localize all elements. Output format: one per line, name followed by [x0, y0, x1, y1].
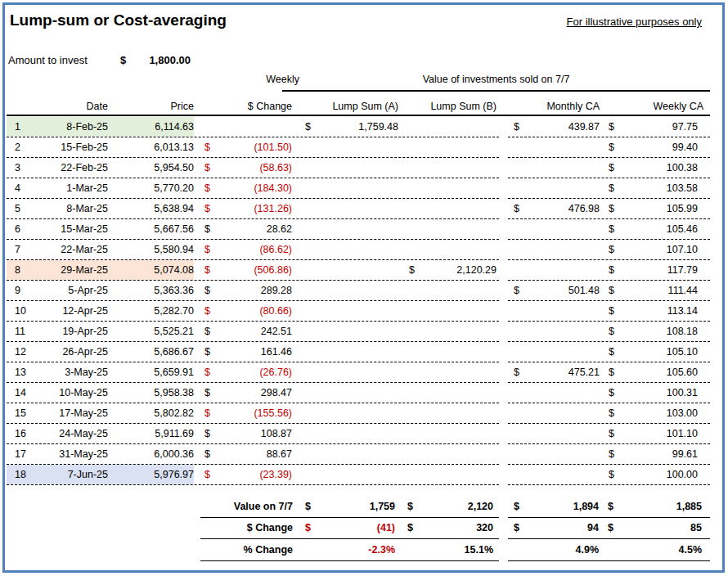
- cell-lump-sum-b[interactable]: [399, 465, 499, 484]
- cell-weekly-change[interactable]: $298.47: [194, 383, 293, 403]
- cell-lump-sum-a[interactable]: $1,759.48: [293, 117, 399, 137]
- cell-price[interactable]: 5,802.82: [108, 403, 194, 423]
- cell-lump-sum-a[interactable]: [293, 465, 399, 484]
- cell-lump-sum-a[interactable]: [293, 342, 399, 362]
- cell-row-number[interactable]: 11: [7, 322, 31, 341]
- cell-monthly-ca[interactable]: [508, 240, 601, 259]
- cell-weekly-ca[interactable]: $100.31: [601, 383, 710, 403]
- cell-monthly-ca[interactable]: $439.87: [508, 117, 601, 137]
- cell-lump-sum-b[interactable]: [399, 342, 499, 362]
- summary-weekly-ca[interactable]: $85: [601, 518, 710, 539]
- cell-lump-sum-b[interactable]: [399, 403, 499, 423]
- cell-lump-sum-a[interactable]: [293, 240, 399, 259]
- cell-price[interactable]: 5,282.70: [108, 301, 194, 321]
- cell-date[interactable]: 7-Jun-25: [31, 465, 108, 484]
- cell-date[interactable]: 8-Feb-25: [31, 117, 108, 137]
- cell-lump-sum-b[interactable]: [399, 199, 499, 218]
- cell-lump-sum-a[interactable]: [293, 281, 399, 300]
- cell-weekly-ca[interactable]: $105.60: [601, 362, 710, 382]
- cell-monthly-ca[interactable]: [508, 301, 601, 321]
- cell-lump-sum-a[interactable]: [293, 158, 399, 178]
- cell-row-number[interactable]: 15: [7, 403, 31, 423]
- summary-monthly-ca[interactable]: $1,894: [508, 496, 601, 517]
- cell-lump-sum-a[interactable]: [293, 178, 399, 198]
- cell-weekly-change[interactable]: $(23.39): [194, 465, 293, 484]
- cell-date[interactable]: 22-Feb-25: [31, 158, 108, 178]
- amount-to-invest-value[interactable]: 1,800.00: [123, 54, 191, 66]
- cell-row-number[interactable]: 17: [7, 444, 31, 464]
- summary-monthly-ca[interactable]: $94: [508, 518, 601, 539]
- cell-monthly-ca[interactable]: [508, 465, 601, 484]
- cell-date[interactable]: 29-Mar-25: [31, 260, 108, 280]
- summary-weekly-ca[interactable]: 4.5%: [601, 539, 710, 560]
- cell-row-number[interactable]: 3: [7, 158, 31, 178]
- cell-row-number[interactable]: 8: [7, 260, 31, 280]
- cell-row-number[interactable]: 16: [7, 424, 31, 443]
- cell-weekly-change[interactable]: $(80.66): [194, 301, 293, 321]
- cell-price[interactable]: 5,638.94: [108, 199, 194, 218]
- cell-price[interactable]: 5,958.38: [108, 383, 194, 403]
- cell-monthly-ca[interactable]: [508, 219, 601, 239]
- cell-weekly-change[interactable]: $161.46: [194, 342, 293, 362]
- summary-lump-sum-b[interactable]: $320: [399, 518, 499, 539]
- cell-monthly-ca[interactable]: [508, 342, 601, 362]
- cell-price[interactable]: 6,000.36: [108, 444, 194, 464]
- cell-lump-sum-a[interactable]: [293, 403, 399, 423]
- cell-lump-sum-b[interactable]: [399, 424, 499, 443]
- cell-weekly-ca[interactable]: $107.10: [601, 240, 710, 259]
- cell-weekly-change[interactable]: $88.67: [194, 444, 293, 464]
- cell-lump-sum-b[interactable]: [399, 178, 499, 198]
- cell-price[interactable]: 5,580.94: [108, 240, 194, 259]
- cell-row-number[interactable]: 13: [7, 362, 31, 382]
- cell-date[interactable]: 1-Mar-25: [31, 178, 108, 198]
- cell-lump-sum-b[interactable]: [399, 281, 499, 300]
- cell-weekly-ca[interactable]: $101.10: [601, 424, 710, 443]
- cell-monthly-ca[interactable]: $476.98: [508, 199, 601, 218]
- cell-lump-sum-b[interactable]: $2,120.29: [399, 260, 499, 280]
- cell-lump-sum-a[interactable]: [293, 383, 399, 403]
- cell-weekly-change[interactable]: $(26.76): [194, 362, 293, 382]
- cell-lump-sum-a[interactable]: [293, 362, 399, 382]
- cell-row-number[interactable]: 4: [7, 178, 31, 198]
- cell-weekly-change[interactable]: $(131.26): [194, 199, 293, 218]
- cell-lump-sum-a[interactable]: [293, 444, 399, 464]
- cell-date[interactable]: 8-Mar-25: [31, 199, 108, 218]
- cell-weekly-ca[interactable]: $105.46: [601, 219, 710, 239]
- cell-lump-sum-a[interactable]: [293, 137, 399, 157]
- cell-lump-sum-a[interactable]: [293, 322, 399, 341]
- cell-row-number[interactable]: 5: [7, 199, 31, 218]
- cell-lump-sum-a[interactable]: [293, 260, 399, 280]
- cell-date[interactable]: 3-May-25: [31, 362, 108, 382]
- cell-date[interactable]: 5-Apr-25: [31, 281, 108, 300]
- cell-price[interactable]: 5,659.91: [108, 362, 194, 382]
- cell-lump-sum-a[interactable]: [293, 301, 399, 321]
- cell-weekly-ca[interactable]: $108.18: [601, 322, 710, 341]
- cell-weekly-change[interactable]: $(506.86): [194, 260, 293, 280]
- cell-date[interactable]: 10-May-25: [31, 383, 108, 403]
- summary-monthly-ca[interactable]: 4.9%: [508, 539, 601, 560]
- cell-date[interactable]: 17-May-25: [31, 403, 108, 423]
- cell-weekly-change[interactable]: $(58.63): [194, 158, 293, 178]
- cell-monthly-ca[interactable]: [508, 403, 601, 423]
- summary-lump-sum-a[interactable]: $1,759: [293, 496, 399, 517]
- cell-weekly-change[interactable]: $28.62: [194, 219, 293, 239]
- cell-weekly-ca[interactable]: $105.99: [601, 199, 710, 218]
- cell-date[interactable]: 22-Mar-25: [31, 240, 108, 259]
- cell-row-number[interactable]: 1: [7, 117, 31, 137]
- cell-weekly-ca[interactable]: $100.00: [601, 465, 710, 484]
- cell-monthly-ca[interactable]: $475.21: [508, 362, 601, 382]
- cell-monthly-ca[interactable]: [508, 322, 601, 341]
- cell-monthly-ca[interactable]: $501.48: [508, 281, 601, 300]
- cell-lump-sum-b[interactable]: [399, 219, 499, 239]
- cell-row-number[interactable]: 18: [7, 465, 31, 484]
- cell-lump-sum-b[interactable]: [399, 301, 499, 321]
- cell-price[interactable]: 5,363.36: [108, 281, 194, 300]
- cell-weekly-ca[interactable]: $111.44: [601, 281, 710, 300]
- cell-row-number[interactable]: 10: [7, 301, 31, 321]
- cell-date[interactable]: 31-May-25: [31, 444, 108, 464]
- cell-weekly-change[interactable]: $(86.62): [194, 240, 293, 259]
- cell-lump-sum-b[interactable]: [399, 362, 499, 382]
- cell-lump-sum-b[interactable]: [399, 444, 499, 464]
- cell-date[interactable]: 12-Apr-25: [31, 301, 108, 321]
- cell-monthly-ca[interactable]: [508, 444, 601, 464]
